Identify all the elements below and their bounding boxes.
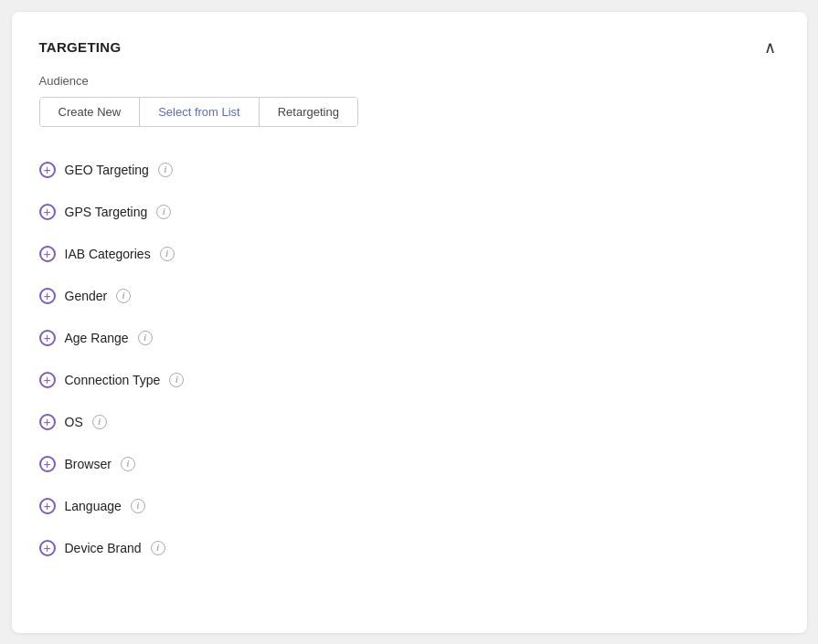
iab-categories-label[interactable]: IAB Categories (65, 247, 151, 261)
targeting-item-language: +Languagei (39, 485, 780, 527)
gender-label[interactable]: Gender (65, 289, 108, 303)
language-label[interactable]: Language (65, 499, 122, 513)
connection-type-label[interactable]: Connection Type (65, 373, 161, 387)
tab-retargeting[interactable]: Retargeting (260, 98, 357, 126)
age-range-info-icon[interactable]: i (138, 331, 153, 345)
add-gender-icon[interactable]: + (39, 288, 56, 304)
add-connection-type-icon[interactable]: + (39, 372, 56, 388)
add-device-brand-icon[interactable]: + (39, 540, 56, 556)
targeting-list: +GEO Targetingi+GPS Targetingi+IAB Categ… (39, 149, 780, 569)
browser-label[interactable]: Browser (65, 457, 112, 471)
geo-targeting-label[interactable]: GEO Targeting (65, 163, 149, 177)
device-brand-info-icon[interactable]: i (151, 541, 165, 555)
geo-targeting-info-icon[interactable]: i (158, 163, 173, 177)
add-iab-categories-icon[interactable]: + (39, 246, 56, 262)
add-age-range-icon[interactable]: + (39, 330, 56, 346)
add-os-icon[interactable]: + (39, 414, 56, 430)
targeting-item-browser: +Browseri (39, 443, 780, 485)
gender-info-icon[interactable]: i (116, 289, 131, 303)
targeting-item-gender: +Genderi (39, 275, 780, 317)
os-info-icon[interactable]: i (92, 415, 107, 429)
gps-targeting-info-icon[interactable]: i (156, 205, 171, 219)
header-row: TARGETING ∧ (39, 37, 780, 58)
tab-create-new[interactable]: Create New (40, 98, 141, 126)
age-range-label[interactable]: Age Range (65, 331, 129, 345)
collapse-button[interactable]: ∧ (760, 37, 780, 58)
device-brand-label[interactable]: Device Brand (65, 541, 142, 555)
targeting-item-os: +OSi (39, 401, 780, 443)
targeting-item-iab-categories: +IAB Categoriesi (39, 233, 780, 275)
gps-targeting-label[interactable]: GPS Targeting (65, 205, 148, 219)
iab-categories-info-icon[interactable]: i (160, 247, 175, 261)
targeting-item-geo-targeting: +GEO Targetingi (39, 149, 780, 191)
audience-tab-group: Create New Select from List Retargeting (39, 97, 358, 127)
add-language-icon[interactable]: + (39, 498, 56, 514)
targeting-item-gps-targeting: +GPS Targetingi (39, 191, 780, 233)
add-browser-icon[interactable]: + (39, 456, 56, 472)
section-title: TARGETING (39, 39, 122, 55)
targeting-item-device-brand: +Device Brandi (39, 527, 780, 569)
browser-info-icon[interactable]: i (121, 457, 135, 471)
add-gps-targeting-icon[interactable]: + (39, 204, 56, 220)
language-info-icon[interactable]: i (131, 499, 145, 513)
targeting-item-connection-type: +Connection Typei (39, 359, 780, 401)
add-geo-targeting-icon[interactable]: + (39, 162, 56, 178)
targeting-item-age-range: +Age Rangei (39, 317, 780, 359)
os-label[interactable]: OS (65, 415, 83, 429)
tab-select-from-list[interactable]: Select from List (140, 98, 260, 126)
targeting-card: TARGETING ∧ Audience Create New Select f… (12, 12, 807, 633)
connection-type-info-icon[interactable]: i (169, 373, 184, 387)
audience-label: Audience (39, 74, 780, 88)
